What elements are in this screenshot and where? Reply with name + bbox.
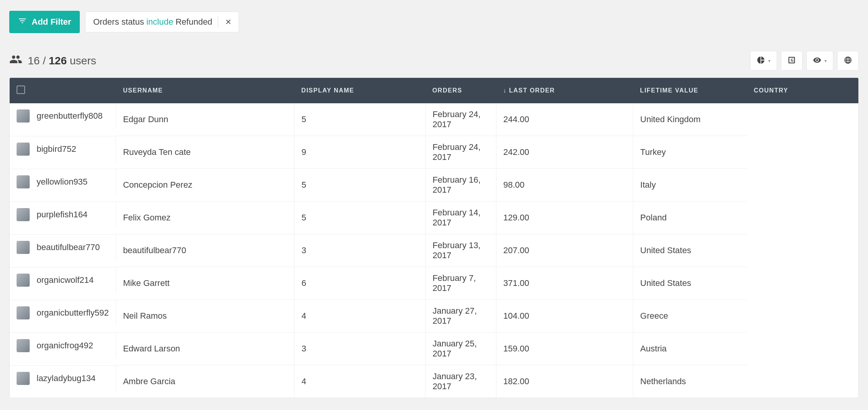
- username-cell: beautifulbear770: [37, 242, 100, 252]
- avatar: [17, 175, 30, 188]
- add-filter-button[interactable]: Add Filter: [9, 11, 80, 33]
- eye-icon: [813, 56, 821, 66]
- column-header-orders[interactable]: Orders: [426, 78, 496, 103]
- username-cell: organicbutterfly592: [37, 308, 109, 318]
- display-name-cell: Ambre Garcia: [116, 365, 294, 398]
- table-row[interactable]: bigbird752Ruveyda Ten cate9February 24, …: [10, 136, 858, 169]
- last-order-cell: January 27, 2017: [426, 300, 496, 333]
- display-name-cell: Ruveyda Ten cate: [116, 136, 294, 169]
- country-cell: Austria: [633, 333, 747, 365]
- last-order-cell: January 23, 2017: [426, 365, 496, 398]
- users-table: Username Display Name Orders ↓Last Order…: [9, 77, 859, 398]
- pie-chart-icon: [757, 56, 765, 66]
- username-cell: purplefish164: [37, 210, 87, 220]
- add-filter-label: Add Filter: [32, 17, 71, 27]
- avatar: [17, 306, 30, 319]
- column-header-display-name[interactable]: Display Name: [294, 78, 426, 103]
- chevron-down-icon: ▾: [824, 58, 827, 64]
- orders-cell: 3: [294, 234, 426, 267]
- count-separator: /: [43, 55, 46, 67]
- display-name-cell: Edward Larson: [116, 333, 294, 365]
- table-row[interactable]: lazyladybug134Ambre Garcia4January 23, 2…: [10, 365, 858, 398]
- export-button[interactable]: [781, 51, 802, 71]
- result-summary: 16 / 126 users: [9, 54, 96, 67]
- column-header-lifetime-value[interactable]: Lifetime Value: [633, 78, 747, 103]
- last-order-cell: February 24, 2017: [426, 103, 496, 136]
- country-cell: Italy: [633, 169, 747, 202]
- last-order-cell: February 14, 2017: [426, 202, 496, 234]
- table-row[interactable]: organicwolf214Mike Garrett6February 7, 2…: [10, 267, 858, 300]
- filter-divider: [218, 17, 218, 27]
- orders-cell: 4: [294, 300, 426, 333]
- lifetime-value-cell: 244.00: [496, 103, 633, 136]
- display-name-cell: beautifulbear770: [116, 234, 294, 267]
- table-row[interactable]: purplefish164Felix Gomez5February 14, 20…: [10, 202, 858, 234]
- remove-filter-button[interactable]: ✕: [222, 17, 235, 27]
- username-cell: organicfrog492: [37, 341, 93, 351]
- lifetime-value-cell: 371.00: [496, 267, 633, 300]
- filter-subject: Orders status: [93, 17, 144, 27]
- country-cell: United States: [633, 234, 747, 267]
- country-cell: United States: [633, 267, 747, 300]
- display-name-cell: Edgar Dunn: [116, 103, 294, 136]
- country-cell: Turkey: [633, 136, 747, 169]
- column-header-last-order[interactable]: ↓Last Order: [496, 78, 633, 103]
- last-order-cell: February 7, 2017: [426, 267, 496, 300]
- table-row[interactable]: beautifulbear770beautifulbear7703Februar…: [10, 234, 858, 267]
- filtered-count: 16: [28, 55, 40, 67]
- column-header-username[interactable]: Username: [116, 78, 294, 103]
- last-order-cell: February 16, 2017: [426, 169, 496, 202]
- orders-cell: 9: [294, 136, 426, 169]
- column-header-last-order-label: Last Order: [509, 87, 555, 94]
- lifetime-value-cell: 104.00: [496, 300, 633, 333]
- country-cell: United Kingdom: [633, 103, 747, 136]
- lifetime-value-cell: 129.00: [496, 202, 633, 234]
- filter-chip[interactable]: Orders status include Refunded ✕: [85, 12, 239, 32]
- globe-button[interactable]: [837, 51, 859, 71]
- avatar: [17, 372, 30, 385]
- total-count: 126: [49, 55, 67, 67]
- orders-cell: 5: [294, 169, 426, 202]
- table-row[interactable]: yellowlion935Concepcion Perez5February 1…: [10, 169, 858, 202]
- country-cell: Netherlands: [633, 365, 747, 398]
- orders-cell: 6: [294, 267, 426, 300]
- lifetime-value-cell: 207.00: [496, 234, 633, 267]
- avatar: [17, 339, 30, 352]
- orders-cell: 3: [294, 333, 426, 365]
- filter-value: Refunded: [175, 17, 212, 27]
- username-cell: bigbird752: [37, 144, 76, 154]
- table-row[interactable]: greenbutterfly808Edgar Dunn5February 24,…: [10, 103, 858, 136]
- orders-cell: 5: [294, 103, 426, 136]
- filter-icon: [18, 16, 27, 28]
- last-order-cell: February 13, 2017: [426, 234, 496, 267]
- select-all-checkbox[interactable]: [17, 86, 25, 94]
- lifetime-value-cell: 159.00: [496, 333, 633, 365]
- lifetime-value-cell: 182.00: [496, 365, 633, 398]
- lifetime-value-cell: 98.00: [496, 169, 633, 202]
- country-cell: Greece: [633, 300, 747, 333]
- avatar: [17, 241, 30, 254]
- username-cell: yellowlion935: [37, 177, 87, 187]
- username-cell: organicwolf214: [37, 275, 94, 285]
- close-icon: ✕: [225, 18, 232, 26]
- display-name-cell: Felix Gomez: [116, 202, 294, 234]
- sort-descending-icon: ↓: [503, 87, 507, 94]
- orders-cell: 5: [294, 202, 426, 234]
- chart-dropdown-button[interactable]: ▾: [750, 51, 777, 71]
- last-order-cell: January 25, 2017: [426, 333, 496, 365]
- users-icon: [9, 54, 22, 67]
- table-header-row: Username Display Name Orders ↓Last Order…: [10, 78, 858, 103]
- chevron-down-icon: ▾: [768, 58, 770, 64]
- last-order-cell: February 24, 2017: [426, 136, 496, 169]
- avatar: [17, 109, 30, 123]
- orders-cell: 4: [294, 365, 426, 398]
- display-name-cell: Neil Ramos: [116, 300, 294, 333]
- lifetime-value-cell: 242.00: [496, 136, 633, 169]
- table-row[interactable]: organicfrog492Edward Larson3January 25, …: [10, 333, 858, 365]
- column-header-country[interactable]: Country: [747, 78, 858, 103]
- globe-icon: [844, 56, 852, 66]
- table-row[interactable]: organicbutterfly592Neil Ramos4January 27…: [10, 300, 858, 333]
- avatar: [17, 274, 30, 287]
- visibility-dropdown-button[interactable]: ▾: [806, 51, 833, 71]
- display-name-cell: Mike Garrett: [116, 267, 294, 300]
